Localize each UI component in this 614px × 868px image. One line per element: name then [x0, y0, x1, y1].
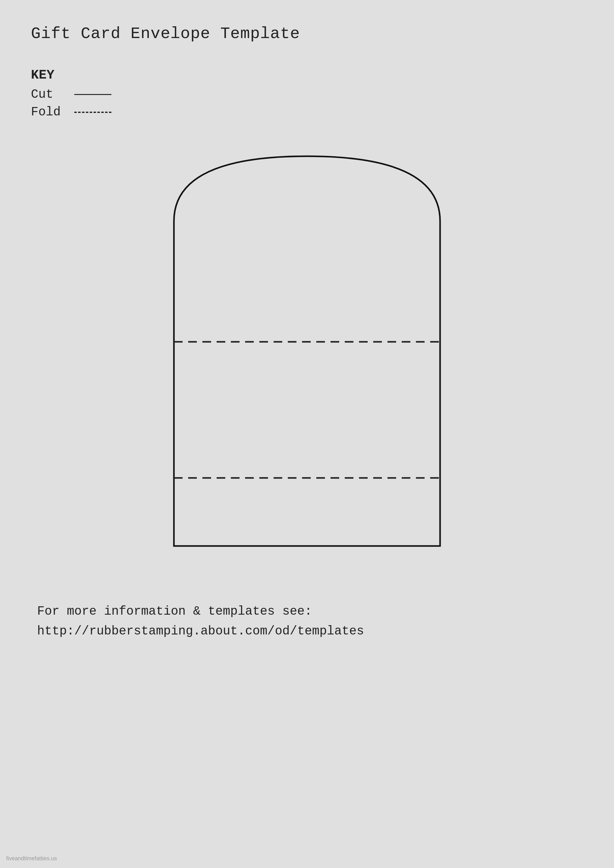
watermark: fiveandtimefatties.us [6, 855, 57, 862]
key-heading: KEY [31, 68, 583, 82]
footer-line1: For more information & templates see: [37, 601, 583, 622]
page: Gift Card Envelope Template KEY Cut Fold [0, 0, 614, 868]
footer-section: For more information & templates see: ht… [31, 601, 583, 641]
envelope-container [31, 138, 583, 571]
envelope-diagram [137, 138, 477, 571]
key-section: KEY Cut Fold [31, 68, 583, 119]
cut-key-row: Cut [31, 88, 583, 101]
footer-line2: http://rubberstamping.about.com/od/templ… [37, 622, 583, 641]
envelope-outline [174, 156, 440, 546]
fold-line-icon [74, 112, 111, 113]
page-title: Gift Card Envelope Template [31, 25, 583, 43]
cut-line-icon [74, 94, 111, 95]
cut-label: Cut [31, 88, 71, 101]
fold-label: Fold [31, 105, 71, 119]
fold-key-row: Fold [31, 105, 583, 119]
